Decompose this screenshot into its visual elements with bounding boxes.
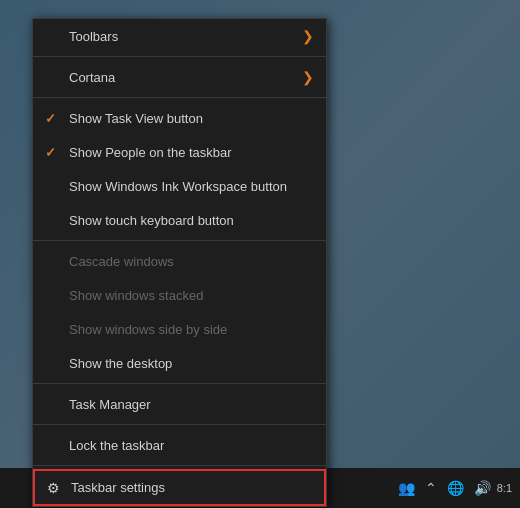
taskbar-time: 8:1 [497, 482, 516, 494]
menu-item-show-touch[interactable]: Show touch keyboard button [33, 203, 326, 237]
menu-item-cortana[interactable]: Cortana ❯ [33, 60, 326, 94]
divider-2 [33, 97, 326, 98]
taskbar-settings-label: Taskbar settings [71, 480, 165, 495]
caret-up-icon[interactable]: ⌃ [421, 478, 441, 498]
toolbars-label: Toolbars [69, 29, 118, 44]
menu-item-show-desktop[interactable]: Show the desktop [33, 346, 326, 380]
cortana-label: Cortana [69, 70, 115, 85]
menu-item-stacked: Show windows stacked [33, 278, 326, 312]
show-touch-label: Show touch keyboard button [69, 213, 234, 228]
network-icon[interactable]: 🌐 [443, 478, 468, 498]
checkmark-task-view: ✓ [45, 111, 56, 126]
stacked-label: Show windows stacked [69, 288, 203, 303]
divider-5 [33, 424, 326, 425]
menu-item-taskbar-settings[interactable]: ⚙ Taskbar settings [33, 469, 326, 506]
lock-taskbar-label: Lock the taskbar [69, 438, 164, 453]
menu-item-task-manager[interactable]: Task Manager [33, 387, 326, 421]
gear-icon: ⚙ [47, 480, 60, 496]
task-view-label: Show Task View button [69, 111, 203, 126]
arrow-icon-cortana: ❯ [302, 69, 314, 85]
side-by-side-label: Show windows side by side [69, 322, 227, 337]
menu-item-lock-taskbar[interactable]: Lock the taskbar [33, 428, 326, 462]
menu-item-side-by-side: Show windows side by side [33, 312, 326, 346]
divider-4 [33, 383, 326, 384]
menu-item-show-people[interactable]: ✓ Show People on the taskbar [33, 135, 326, 169]
menu-item-cascade: Cascade windows [33, 244, 326, 278]
people-tray-icon[interactable]: 👥 [394, 478, 419, 498]
show-desktop-label: Show the desktop [69, 356, 172, 371]
speaker-icon[interactable]: 🔊 [470, 478, 495, 498]
tray-icons: 👥 ⌃ 🌐 🔊 8:1 [394, 478, 516, 498]
checkmark-people: ✓ [45, 145, 56, 160]
menu-item-toolbars[interactable]: Toolbars ❯ [33, 19, 326, 53]
divider-1 [33, 56, 326, 57]
arrow-icon: ❯ [302, 28, 314, 44]
show-people-label: Show People on the taskbar [69, 145, 232, 160]
menu-item-task-view[interactable]: ✓ Show Task View button [33, 101, 326, 135]
cascade-label: Cascade windows [69, 254, 174, 269]
menu-item-show-ink[interactable]: Show Windows Ink Workspace button [33, 169, 326, 203]
show-ink-label: Show Windows Ink Workspace button [69, 179, 287, 194]
context-menu: Toolbars ❯ Cortana ❯ ✓ Show Task View bu… [32, 18, 327, 507]
divider-6 [33, 465, 326, 466]
task-manager-label: Task Manager [69, 397, 151, 412]
divider-3 [33, 240, 326, 241]
